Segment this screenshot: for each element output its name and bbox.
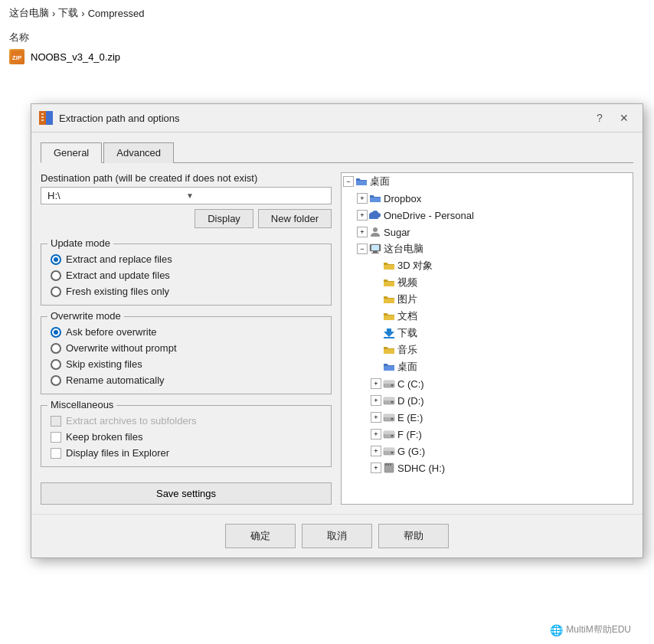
tree-item-label: 桌面 (370, 175, 390, 188)
tree-item[interactable]: 下载 (342, 325, 633, 342)
tree-item[interactable]: − 桌面 (342, 173, 633, 190)
tree-item[interactable]: + OneDrive - Personal (342, 207, 633, 224)
tab-advanced[interactable]: Advanced (103, 142, 174, 163)
checkbox-display-explorer[interactable] (51, 448, 61, 459)
svg-rect-22 (384, 265, 394, 270)
tree-item-label: 文档 (397, 309, 417, 323)
expand-icon[interactable]: + (371, 429, 381, 440)
folder-icon (383, 429, 397, 440)
path-value: H:\ (47, 190, 186, 201)
radio-fresh-existing[interactable] (51, 286, 61, 297)
tree-item[interactable]: − 这台电脑 (342, 240, 633, 257)
folder-icon (369, 210, 384, 221)
update-option-1[interactable]: Extract and update files (51, 270, 322, 281)
update-option-0[interactable]: Extract and replace files (51, 253, 322, 265)
tree-item[interactable]: + E (E:) (342, 409, 633, 426)
collapse-icon[interactable]: − (357, 244, 368, 254)
no-expand-icon (371, 277, 381, 288)
breadcrumb-sep-1: › (52, 8, 55, 19)
radio-rename-auto[interactable] (51, 375, 61, 386)
svg-point-36 (391, 384, 394, 387)
expand-icon[interactable]: + (371, 446, 381, 456)
update-option-2[interactable]: Fresh existing files only (51, 286, 322, 297)
expand-icon[interactable]: + (357, 210, 368, 221)
expand-icon[interactable]: + (357, 193, 368, 204)
ok-button[interactable]: 确定 (225, 524, 296, 548)
save-settings-button[interactable]: Save settings (41, 482, 332, 505)
radio-extract-update[interactable] (51, 270, 61, 281)
svg-rect-33 (384, 366, 394, 371)
tree-item[interactable]: 图片 (342, 291, 633, 308)
expand-icon[interactable]: + (357, 227, 368, 237)
expand-icon[interactable]: + (371, 463, 381, 473)
expand-icon[interactable]: + (371, 412, 381, 423)
cancel-button[interactable]: 取消 (302, 524, 372, 548)
checkbox-keep-broken[interactable] (51, 432, 61, 443)
path-input[interactable]: H:\ ▼ (41, 187, 332, 204)
breadcrumb-sep-2: › (81, 8, 84, 19)
tree-item[interactable]: + F (F:) (342, 426, 633, 443)
tree-item[interactable]: + D (D:) (342, 392, 633, 409)
no-expand-icon (371, 260, 381, 271)
no-expand-icon (371, 361, 381, 372)
update-option-0-label: Extract and replace files (66, 253, 172, 265)
radio-overwrite-no-prompt[interactable] (51, 343, 61, 354)
help-bottom-button[interactable]: 帮助 (378, 524, 449, 548)
radio-ask-before[interactable] (51, 327, 61, 338)
help-button[interactable]: ? (589, 109, 610, 127)
overwrite-option-0[interactable]: Ask before overwrite (51, 326, 322, 338)
breadcrumb-part-2[interactable]: 下载 (58, 6, 78, 20)
tree-item-label: 3D 对象 (397, 259, 433, 273)
display-button[interactable]: Display (195, 209, 253, 228)
svg-point-45 (391, 435, 394, 437)
misc-options: Extract archives to subfolders Keep brok… (51, 415, 322, 459)
dialog-title-area: Extraction path and options (39, 111, 180, 125)
tree-item[interactable]: 3D 对象 (342, 257, 633, 274)
svg-point-39 (391, 401, 394, 404)
overwrite-option-1[interactable]: Overwrite without prompt (51, 342, 322, 354)
misc-option-2[interactable]: Display files in Explorer (51, 447, 322, 459)
tree-scroll-area[interactable]: − 桌面 + Dropbox + OneD (342, 173, 633, 495)
tree-item-label: 视频 (397, 276, 417, 289)
misc-option-1-label: Keep broken files (66, 431, 142, 443)
tree-item[interactable]: + C (C:) (342, 375, 633, 392)
dialog-controls: ? ✕ (589, 109, 635, 127)
tree-item[interactable]: + Dropbox (342, 190, 633, 207)
tree-item-label: 图片 (397, 293, 417, 306)
new-folder-button[interactable]: New folder (258, 209, 332, 228)
dropdown-arrow-icon[interactable]: ▼ (186, 191, 325, 200)
svg-rect-5 (41, 116, 44, 118)
tree-item[interactable]: 视频 (342, 274, 633, 291)
tree-item[interactable]: 桌面 (342, 358, 633, 375)
svg-rect-35 (384, 381, 394, 384)
expand-icon[interactable]: + (371, 395, 381, 406)
breadcrumb-part-1[interactable]: 这台电脑 (9, 6, 49, 20)
folder-icon (383, 294, 397, 305)
tree-item-label: F (F:) (397, 429, 422, 440)
overwrite-option-2[interactable]: Skip existing files (51, 358, 322, 370)
tab-general[interactable]: General (41, 142, 102, 163)
overwrite-mode-legend: Overwrite mode (47, 310, 124, 322)
svg-rect-28 (384, 315, 394, 320)
collapse-icon[interactable]: − (343, 176, 354, 187)
tree-item[interactable]: + G (G:) (342, 443, 633, 459)
folder-icon (369, 244, 384, 254)
svg-rect-41 (384, 414, 394, 417)
dialog-title: Extraction path and options (59, 113, 180, 124)
radio-skip-existing[interactable] (51, 359, 61, 370)
svg-point-16 (373, 227, 378, 232)
watermark-text: MultiM帮助EDU (566, 623, 631, 636)
misc-option-1[interactable]: Keep broken files (51, 431, 322, 443)
tree-item[interactable]: 文档 (342, 308, 633, 325)
file-item[interactable]: ZIP NOOBS_v3_4_0.zip (9, 49, 120, 64)
overwrite-option-3[interactable]: Rename automatically (51, 374, 322, 386)
radio-extract-replace[interactable] (51, 254, 61, 265)
close-button[interactable]: ✕ (613, 109, 635, 127)
no-expand-icon (371, 311, 381, 322)
expand-icon[interactable]: + (371, 378, 381, 389)
tree-item[interactable]: 音乐 (342, 342, 633, 358)
destination-label: Destination path (will be created if doe… (41, 172, 332, 184)
breadcrumb-part-3[interactable]: Compressed (88, 8, 145, 19)
tree-item[interactable]: + SDHC (H:) (342, 459, 633, 476)
tree-item[interactable]: + Sugar (342, 224, 633, 240)
